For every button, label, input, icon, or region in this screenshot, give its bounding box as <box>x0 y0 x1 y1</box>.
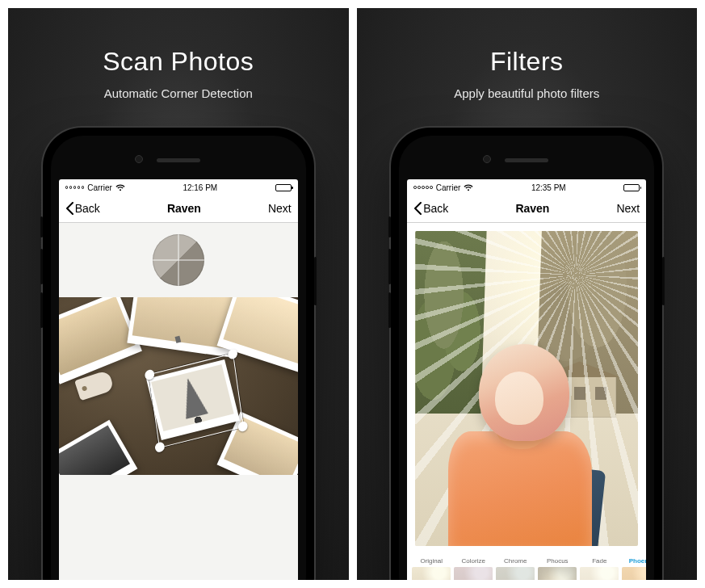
filter-thumb <box>412 567 451 580</box>
filter-item-phocus[interactable]: Phocus <box>536 557 578 580</box>
rotate-icon[interactable] <box>170 578 187 580</box>
promo-panel-scan: Scan Photos Automatic Corner Detection C… <box>8 8 349 580</box>
filter-item-colorize[interactable]: Colorize <box>452 557 494 580</box>
carrier-label: Carrier <box>87 183 112 192</box>
filter-thumb <box>622 567 646 580</box>
phone-camera <box>135 155 143 163</box>
filter-item-original[interactable]: Original <box>410 557 452 580</box>
panel-title: Scan Photos <box>8 47 349 77</box>
next-button[interactable]: Next <box>616 202 640 215</box>
app-screen: Carrier 12:35 PM Back Raven <box>407 179 646 580</box>
scan-viewport[interactable] <box>59 297 298 475</box>
back-button[interactable]: Back <box>65 202 100 215</box>
nav-bar: Back Raven Next <box>59 194 298 223</box>
phone-speaker <box>157 158 200 162</box>
status-bar: Carrier 12:35 PM <box>407 179 646 194</box>
magnifier-loupe <box>153 234 204 286</box>
panel-title: Filters <box>357 47 698 77</box>
filter-label: Phocus <box>536 557 578 565</box>
app-screen: Carrier 12:16 PM Back Raven <box>59 179 298 580</box>
back-label: Back <box>75 202 100 215</box>
eiffel-icon <box>177 376 208 418</box>
chevron-left-icon <box>413 202 422 215</box>
battery-icon <box>623 184 640 191</box>
signal-icon <box>413 186 433 189</box>
nav-bar: Back Raven Next <box>407 194 646 223</box>
filter-label: Phoenix <box>620 557 646 565</box>
phone-speaker <box>505 158 548 162</box>
signal-icon <box>65 186 85 189</box>
filter-thumb <box>454 567 493 580</box>
filter-thumb <box>538 567 577 580</box>
chevron-left-icon <box>65 202 73 215</box>
filter-item-chrome[interactable]: Chrome <box>494 557 536 580</box>
status-time: 12:16 PM <box>183 183 217 192</box>
filter-strip[interactable]: Original Colorize Chrome Phocus <box>407 554 646 580</box>
phone-mockup: Carrier 12:16 PM Back Raven <box>43 128 314 580</box>
wifi-icon <box>464 184 473 191</box>
photo-preview[interactable] <box>415 231 638 546</box>
filter-thumb <box>496 567 535 580</box>
back-label: Back <box>423 202 448 215</box>
nav-title: Raven <box>515 202 549 215</box>
nav-title: Raven <box>167 202 201 215</box>
promo-panel-filters: Filters Apply beautiful photo filters Ca… <box>357 8 698 580</box>
filter-item-phoenix[interactable]: Phoenix <box>620 557 646 580</box>
phone-mockup: Carrier 12:35 PM Back Raven <box>391 128 662 580</box>
phone-camera <box>483 155 491 163</box>
filter-item-fade[interactable]: Fade <box>578 557 620 580</box>
scan-content <box>59 223 298 580</box>
filter-thumb <box>580 567 619 580</box>
carrier-label: Carrier <box>436 183 461 192</box>
next-button[interactable]: Next <box>268 202 292 215</box>
panel-subtitle: Apply beautiful photo filters <box>357 86 698 100</box>
panel-subtitle: Automatic Corner Detection <box>8 86 349 100</box>
status-bar: Carrier 12:16 PM <box>59 179 298 194</box>
status-time: 12:35 PM <box>531 183 566 192</box>
filter-label: Original <box>410 557 452 565</box>
back-button[interactable]: Back <box>413 202 448 215</box>
filter-label: Colorize <box>452 557 494 565</box>
battery-icon <box>275 184 292 191</box>
subject-person <box>437 344 598 546</box>
filter-label: Chrome <box>494 557 536 565</box>
filter-label: Fade <box>578 557 620 565</box>
wifi-icon <box>115 184 125 191</box>
filters-content: Original Colorize Chrome Phocus <box>407 223 646 580</box>
